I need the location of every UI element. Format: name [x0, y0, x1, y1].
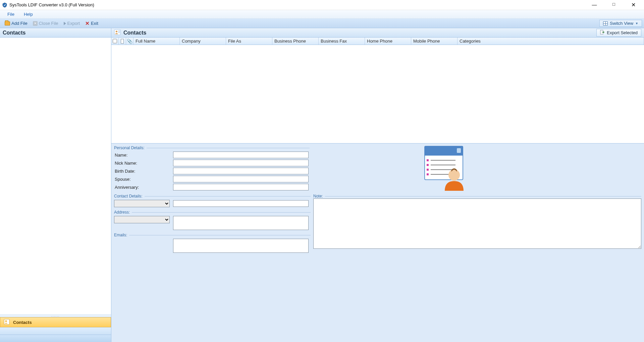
- menu-file[interactable]: File: [3, 10, 19, 18]
- label-anniversary: Anniversary:: [114, 185, 173, 190]
- export-selected-button[interactable]: Export Selected: [596, 29, 641, 37]
- paperclip-icon: 📎: [127, 39, 132, 44]
- svg-rect-17: [427, 169, 429, 171]
- chevron-down-icon: ▼: [635, 22, 638, 25]
- col-file-as[interactable]: File As: [226, 38, 272, 45]
- contacts-header-icon: [114, 29, 121, 37]
- right-panel-title: Contacts: [123, 30, 146, 36]
- menu-help[interactable]: Help: [19, 10, 38, 18]
- select-contact-type[interactable]: [114, 200, 170, 207]
- window-title: SysTools LDIF Converter v3.0 (Full Versi…: [9, 2, 94, 7]
- export-icon: [64, 22, 66, 25]
- col-business-phone[interactable]: Business Phone: [272, 38, 319, 45]
- group-emails: Emails:: [114, 233, 127, 237]
- exit-button[interactable]: ✕ Exit: [83, 20, 101, 26]
- maximize-button[interactable]: □: [607, 2, 621, 8]
- input-birth-date[interactable]: [173, 168, 309, 174]
- export-button[interactable]: Export: [61, 20, 83, 26]
- group-contact-details: Contact Details:: [114, 194, 143, 198]
- col-attachment-icon[interactable]: 📎: [126, 38, 133, 45]
- label-birth-date: Birth Date:: [114, 169, 173, 174]
- minimize-button[interactable]: ―: [588, 2, 601, 8]
- title-bar: SysTools LDIF Converter v3.0 (Full Versi…: [0, 0, 644, 10]
- contacts-icon: [4, 319, 10, 326]
- folder-tree[interactable]: [0, 38, 111, 315]
- close-file-button[interactable]: ✕ Close File: [30, 20, 61, 26]
- col-categories[interactable]: Categories: [458, 38, 644, 45]
- svg-rect-4: [118, 31, 120, 31]
- col-doc-icon[interactable]: [119, 38, 126, 45]
- svg-rect-5: [118, 32, 120, 32]
- switch-view-label: Switch View: [610, 21, 633, 26]
- group-personal-details: Personal Details:: [114, 146, 145, 150]
- toolbar: Add File ✕ Close File Export ✕ Exit Swit…: [0, 19, 644, 28]
- col-business-fax[interactable]: Business Fax: [319, 38, 365, 45]
- close-button[interactable]: ✕: [627, 2, 640, 8]
- input-note[interactable]: [313, 198, 641, 249]
- input-nick-name[interactable]: [173, 160, 309, 166]
- switch-view-button[interactable]: Switch View ▼: [599, 20, 642, 27]
- add-file-label: Add File: [11, 21, 28, 26]
- close-file-label: Close File: [39, 21, 58, 26]
- svg-point-19: [448, 169, 460, 181]
- group-note: Note:: [313, 194, 323, 198]
- input-anniversary[interactable]: [173, 184, 309, 190]
- right-panel-header: Contacts Export Selected: [111, 28, 644, 38]
- select-all-checkbox[interactable]: [113, 39, 117, 43]
- label-spouse: Spouse:: [114, 177, 173, 182]
- app-icon: [2, 2, 7, 8]
- grid-body[interactable]: [111, 45, 644, 144]
- input-name[interactable]: [173, 152, 309, 158]
- svg-rect-16: [427, 164, 429, 166]
- input-address-value[interactable]: [173, 216, 309, 230]
- left-panel-header: Contacts: [0, 28, 111, 38]
- exit-icon: ✕: [85, 21, 90, 26]
- svg-point-1: [5, 320, 7, 322]
- label-name: Name:: [114, 153, 173, 158]
- details-pane: Personal Details: Name: Nick Name: Birth…: [111, 144, 644, 342]
- select-all-checkbox-cell[interactable]: [111, 38, 119, 45]
- select-address-type[interactable]: [114, 216, 170, 223]
- svg-rect-10: [457, 148, 461, 153]
- nav-bottom-row: [0, 335, 111, 342]
- export-label: Export: [67, 21, 80, 26]
- grid-icon: [603, 21, 608, 25]
- close-file-icon: ✕: [33, 21, 38, 26]
- input-spouse[interactable]: [173, 176, 309, 182]
- svg-rect-6: [118, 33, 120, 33]
- nav-empty-row: [0, 327, 111, 335]
- folder-open-icon: [5, 21, 10, 25]
- document-icon: [121, 39, 124, 44]
- col-full-name[interactable]: Full Name: [133, 38, 180, 45]
- label-nick-name: Nick Name:: [114, 161, 173, 166]
- col-home-phone[interactable]: Home Phone: [365, 38, 411, 45]
- grid-column-header: 📎 Full Name Company File As Business Pho…: [111, 38, 644, 45]
- nav-contacts[interactable]: Contacts: [0, 317, 111, 327]
- contact-card-illustration: [423, 146, 467, 191]
- group-address: Address:: [114, 210, 130, 215]
- svg-rect-18: [427, 173, 429, 175]
- exit-label: Exit: [91, 21, 98, 26]
- col-company[interactable]: Company: [180, 38, 226, 45]
- export-selected-icon: [600, 30, 605, 36]
- nav-contacts-label: Contacts: [13, 320, 32, 325]
- menu-bar: File Help: [0, 10, 644, 19]
- right-panel: Contacts Export Selected 📎 Full Name Com…: [111, 28, 644, 342]
- col-mobile-phone[interactable]: Mobile Phone: [411, 38, 458, 45]
- splitter-handle[interactable]: ∙∙∙∙∙∙: [0, 315, 111, 317]
- input-email-value[interactable]: [173, 239, 309, 253]
- input-contact-value[interactable]: [173, 200, 309, 207]
- add-file-button[interactable]: Add File: [2, 20, 30, 26]
- svg-point-3: [116, 31, 117, 32]
- svg-rect-15: [427, 159, 429, 161]
- export-selected-label: Export Selected: [607, 30, 638, 35]
- left-panel: Contacts ∙∙∙∙∙∙ Contacts: [0, 28, 111, 342]
